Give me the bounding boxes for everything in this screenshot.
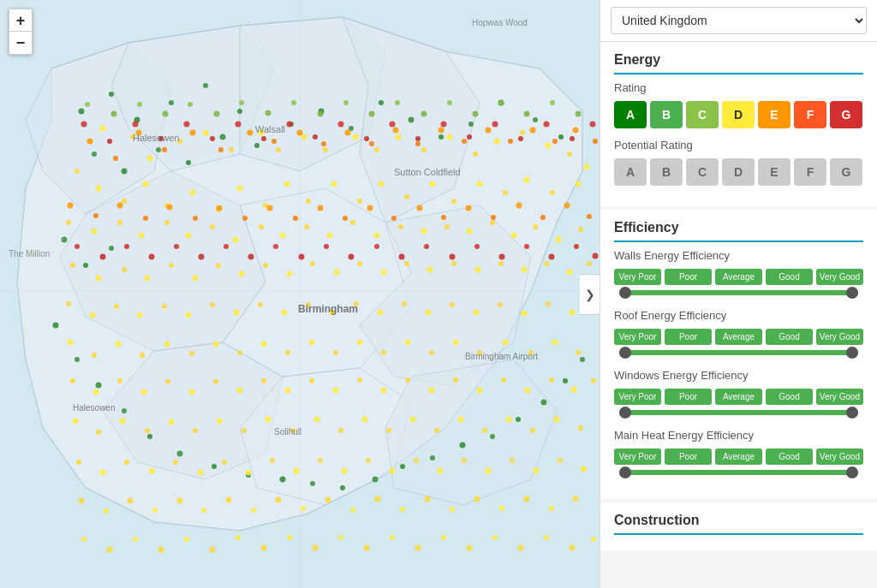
svg-point-120	[490, 220, 495, 225]
svg-point-299	[544, 535, 549, 540]
roof-slider-thumb-right[interactable]	[846, 347, 858, 359]
svg-point-315	[415, 141, 421, 146]
svg-point-220	[169, 419, 175, 425]
svg-point-259	[581, 466, 587, 472]
rating-btn-A[interactable]: A	[614, 101, 647, 128]
svg-point-295	[441, 535, 446, 540]
svg-point-106	[164, 220, 170, 225]
svg-point-186	[429, 350, 434, 355]
svg-point-367	[75, 244, 80, 249]
svg-point-49	[340, 485, 345, 490]
walls-good-btn[interactable]: Good	[766, 269, 813, 285]
zoom-in-button[interactable]: +	[9, 9, 32, 32]
rating-btn-E[interactable]: E	[758, 101, 790, 128]
walls-slider-thumb-right[interactable]	[846, 287, 858, 299]
potential-rating-btn-G[interactable]: G	[830, 158, 862, 186]
svg-point-39	[53, 323, 59, 329]
svg-point-284	[158, 547, 164, 553]
windows-very-poor-btn[interactable]: Very Poor	[614, 389, 661, 405]
svg-point-21	[122, 169, 128, 175]
svg-point-331	[242, 216, 248, 221]
map-container[interactable]: Halesowen Walsall Sutton Coldfield Birmi…	[0, 0, 600, 588]
svg-point-125	[70, 263, 75, 268]
svg-point-305	[162, 147, 167, 152]
svg-point-350	[184, 122, 190, 128]
svg-point-399	[343, 100, 349, 105]
svg-point-64	[229, 147, 234, 152]
svg-point-269	[301, 506, 306, 511]
walls-slider-thumb-left[interactable]	[619, 287, 631, 299]
main-heat-average-btn[interactable]: Average	[715, 448, 762, 465]
windows-very-good-btn[interactable]: Very Good	[816, 389, 863, 405]
potential-rating-btn-A[interactable]: A	[614, 158, 647, 186]
windows-poor-btn[interactable]: Poor	[665, 389, 712, 405]
svg-point-130	[193, 276, 199, 282]
svg-point-378	[349, 254, 355, 260]
potential-rating-btn-B[interactable]: B	[650, 158, 683, 186]
svg-point-307	[218, 147, 224, 152]
zoom-out-button[interactable]: −	[9, 32, 32, 54]
main-heat-very-good-btn[interactable]: Very Good	[816, 448, 863, 465]
svg-point-275	[450, 507, 455, 512]
roof-poor-btn[interactable]: Poor	[665, 329, 712, 345]
rating-btn-D[interactable]: D	[722, 101, 755, 128]
potential-rating-btn-C[interactable]: C	[686, 158, 719, 186]
rating-btn-F[interactable]: F	[794, 101, 826, 128]
svg-text:Halesowen: Halesowen	[73, 403, 115, 413]
svg-point-180	[285, 350, 290, 355]
roof-good-btn[interactable]: Good	[766, 329, 813, 345]
svg-point-372	[199, 254, 205, 260]
svg-point-215	[591, 378, 596, 383]
main-heat-very-poor-btn[interactable]: Very Poor	[614, 448, 661, 465]
svg-point-258	[558, 458, 563, 463]
potential-rating-btn-D[interactable]: D	[722, 158, 755, 186]
svg-point-197	[165, 379, 170, 384]
svg-point-364	[544, 122, 550, 128]
rating-btn-G[interactable]: G	[830, 101, 862, 128]
svg-point-319	[508, 139, 513, 144]
svg-point-47	[280, 477, 286, 483]
svg-point-148	[66, 301, 71, 306]
windows-slider-thumb-left[interactable]	[619, 407, 631, 419]
walls-very-poor-btn[interactable]: Very Poor	[614, 269, 661, 285]
country-select[interactable]: United Kingdom England Scotland Wales No…	[611, 7, 867, 34]
svg-point-296	[467, 545, 473, 551]
efficiency-section-title: Efficiency	[614, 220, 863, 242]
walls-average-btn[interactable]: Average	[715, 269, 762, 285]
svg-point-195	[117, 378, 122, 383]
svg-point-282	[107, 547, 113, 553]
svg-point-266	[226, 497, 232, 503]
svg-point-371	[174, 244, 179, 249]
roof-very-poor-btn[interactable]: Very Poor	[614, 329, 661, 345]
svg-point-273	[400, 507, 405, 512]
main-heat-good-btn[interactable]: Good	[766, 448, 813, 465]
svg-point-143	[498, 261, 504, 266]
windows-average-btn[interactable]: Average	[715, 389, 762, 405]
svg-point-137	[357, 261, 362, 266]
main-heat-poor-btn[interactable]: Poor	[665, 448, 712, 465]
roof-very-good-btn[interactable]: Very Good	[816, 329, 863, 345]
svg-point-261	[104, 508, 109, 514]
main-heat-efficiency-group: Main Heat Energy Efficiency Very Poor Po…	[614, 429, 863, 475]
svg-point-287	[236, 535, 241, 540]
potential-rating-btn-F[interactable]: F	[794, 158, 826, 186]
walls-very-good-btn[interactable]: Very Good	[816, 269, 863, 285]
windows-slider-thumb-right[interactable]	[846, 407, 858, 419]
rating-btn-B[interactable]: B	[650, 101, 683, 128]
windows-good-btn[interactable]: Good	[766, 389, 813, 405]
main-heat-slider-thumb-right[interactable]	[846, 466, 858, 478]
svg-point-23	[186, 160, 191, 165]
svg-point-36	[62, 237, 68, 243]
rating-btn-C[interactable]: C	[686, 101, 719, 128]
svg-point-403	[447, 100, 452, 105]
roof-slider-thumb-left[interactable]	[619, 347, 631, 359]
roof-average-btn[interactable]: Average	[715, 329, 762, 345]
svg-point-34	[533, 117, 538, 122]
collapse-panel-button[interactable]: ❯	[580, 274, 600, 315]
potential-rating-btn-E[interactable]: E	[758, 158, 790, 186]
svg-point-121	[511, 233, 517, 239]
main-heat-slider-thumb-left[interactable]	[619, 466, 631, 478]
walls-poor-btn[interactable]: Poor	[665, 269, 712, 285]
roof-efficiency-labels: Very Poor Poor Average Good Very Good	[614, 329, 863, 345]
walls-efficiency-group: Walls Energy Efficiency Very Poor Poor A…	[614, 249, 863, 295]
